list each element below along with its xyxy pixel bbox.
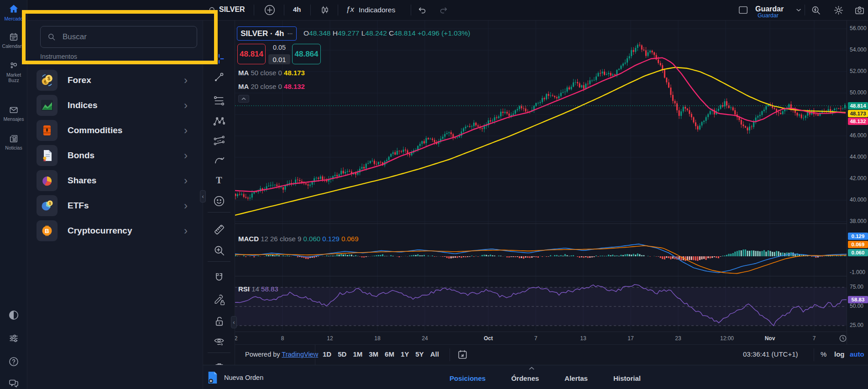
instrument-item-bonds[interactable]: Bonds ›	[37, 144, 194, 167]
sidebar-help-button[interactable]	[0, 356, 27, 367]
ruler-tool[interactable]	[208, 221, 230, 238]
chart-style-icon[interactable]	[318, 3, 332, 17]
instrument-item-forex[interactable]: €$ Forex ›	[37, 69, 194, 92]
brush-tool[interactable]	[208, 152, 230, 168]
range-button-all[interactable]: All	[427, 348, 442, 360]
sidebar-item-noticias[interactable]: Noticias	[0, 134, 27, 150]
camera-icon[interactable]	[852, 3, 866, 17]
symbol-search-icon[interactable]	[205, 3, 219, 17]
crypto-icon: B	[37, 220, 58, 241]
rsi-tick: 75.00	[850, 284, 863, 290]
chart-area[interactable]: SILVER · 4h ••• O48.348 H49.277 L48.242 …	[235, 21, 847, 344]
sell-button[interactable]: 48.814	[237, 44, 266, 64]
price-label-chip: 0.129	[848, 233, 868, 240]
tab-historial[interactable]: Historial	[613, 374, 641, 382]
sidebar-item-mercado[interactable]: Mercado	[0, 4, 27, 21]
tab-posiciones[interactable]: Posiciones	[450, 374, 486, 382]
emoji-tool[interactable]	[208, 193, 230, 209]
buzz-icon	[9, 61, 19, 71]
redo-icon[interactable]	[437, 3, 450, 17]
panel-expand-chevron[interactable]	[528, 366, 535, 370]
instrument-item-cryptocurrency[interactable]: B Cryptocurrency ›	[37, 219, 194, 242]
chevron-right-icon: ›	[184, 175, 194, 186]
price-label-chip: 48.132	[848, 118, 868, 125]
price-tick: 42.000	[850, 175, 867, 182]
interval-button[interactable]: 4h	[293, 5, 301, 13]
range-button-1m[interactable]: 1M	[350, 348, 366, 360]
sidebar-item-market-buzz[interactable]: MarketBuzz	[0, 61, 27, 83]
toolbar-collapse-handle[interactable]: ‹	[231, 316, 237, 328]
percent-scale-button[interactable]: %	[821, 350, 826, 358]
tradingview-link[interactable]: TradingView	[282, 351, 318, 358]
zoom-in-tool[interactable]	[208, 242, 230, 259]
indicators-button[interactable]: Indicadores	[359, 6, 395, 14]
chevron-right-icon: ›	[184, 125, 194, 136]
quick-search-icon[interactable]	[809, 3, 822, 17]
undo-icon[interactable]	[415, 3, 429, 17]
sidebar-chat-button[interactable]	[0, 378, 27, 389]
clock-label[interactable]: 03:36:41 (UTC+1)	[743, 350, 798, 358]
news-icon	[9, 134, 19, 144]
sidebar-theme-button[interactable]	[0, 309, 27, 321]
settings-gear-icon[interactable]	[831, 3, 845, 17]
lock-tool[interactable]	[208, 313, 230, 329]
rsi-tick: 25.00	[850, 322, 863, 328]
auto-scale-button[interactable]: auto	[850, 350, 864, 358]
time-tick: Nov	[764, 335, 775, 342]
time-axis[interactable]: 28121824Oct713172312:00Nov7	[235, 332, 847, 344]
search-box[interactable]	[40, 26, 197, 48]
magnet-tool[interactable]	[208, 270, 230, 286]
range-button-3m[interactable]: 3M	[366, 348, 382, 360]
sidebar-item-calendario[interactable]: Calendario	[0, 32, 27, 49]
xabcd-pattern-tool[interactable]	[208, 113, 230, 129]
range-button-1y[interactable]: 1Y	[397, 348, 412, 360]
commodities-icon	[37, 120, 58, 141]
compare-add-icon[interactable]	[263, 3, 277, 17]
layout-icon[interactable]	[736, 3, 750, 17]
legend-menu-dots-icon[interactable]: •••	[288, 31, 293, 36]
time-tick: 23	[673, 335, 684, 342]
section-label: Instrumentos	[40, 53, 77, 60]
hide-tool[interactable]	[208, 333, 230, 350]
macd-legend: MACD 12 26 close 9 0.060 0.129 0.069	[238, 235, 359, 243]
price-axis[interactable]: 56.00054.00052.00050.00046.00044.00042.0…	[847, 21, 868, 344]
symbol-button[interactable]: SILVER	[219, 5, 245, 14]
toolbar-separator	[208, 353, 230, 353]
tab-alertas[interactable]: Alertas	[565, 374, 588, 382]
timezone-clock-icon[interactable]	[838, 334, 847, 343]
time-tick: 17	[625, 335, 636, 342]
sidebar-item-mensajes[interactable]: Mensajes	[0, 105, 27, 122]
goto-date-icon[interactable]	[457, 349, 468, 360]
price-tick: 46.000	[850, 132, 867, 139]
edit-lock-tool[interactable]	[208, 291, 230, 308]
bonds-icon	[37, 145, 58, 166]
legend-collapse-chevron[interactable]	[238, 95, 249, 103]
chart-canvas[interactable]	[235, 21, 847, 331]
buy-button[interactable]: 48.864	[292, 44, 321, 64]
range-button-5y[interactable]: 5Y	[412, 348, 427, 360]
text-tool[interactable]: T	[208, 172, 230, 188]
instrument-item-shares[interactable]: Shares ›	[37, 169, 194, 192]
search-input[interactable]	[62, 32, 180, 42]
parallel-lines-tool[interactable]	[208, 93, 230, 109]
instruments-panel: Commodities Hecho Instrumentos €$ Forex …	[27, 0, 203, 389]
new-order-button[interactable]: Nueva Orden	[207, 371, 263, 384]
chevron-down-icon[interactable]	[792, 3, 805, 17]
projection-tool[interactable]	[208, 132, 230, 149]
range-button-5d[interactable]: 5D	[335, 348, 350, 360]
left-sidebar: MercadoCalendarioMarketBuzzMensajesNotic…	[0, 0, 27, 389]
ma20-legend: MA 20 close 0 48.132	[238, 83, 305, 90]
range-button-6m[interactable]: 6M	[382, 348, 397, 360]
fx-icon[interactable]: ƒx	[346, 5, 354, 14]
trendline-tool[interactable]	[208, 69, 230, 85]
instrument-item-indices[interactable]: Indices ›	[37, 94, 194, 117]
sidebar-preferences-button[interactable]	[0, 333, 27, 344]
range-button-1d[interactable]: 1D	[319, 348, 335, 360]
panel-collapse-handle[interactable]: ‹	[200, 190, 206, 202]
tab-órdenes[interactable]: Órdenes	[511, 374, 539, 382]
instrument-item-etfs[interactable]: $ ETFs ›	[37, 194, 194, 217]
instrument-item-commodities[interactable]: Commodities ›	[37, 119, 194, 142]
legend-symbol-box[interactable]: SILVER · 4h •••	[237, 26, 297, 41]
crosshair-tool[interactable]	[208, 51, 230, 67]
log-scale-button[interactable]: log	[834, 350, 845, 358]
